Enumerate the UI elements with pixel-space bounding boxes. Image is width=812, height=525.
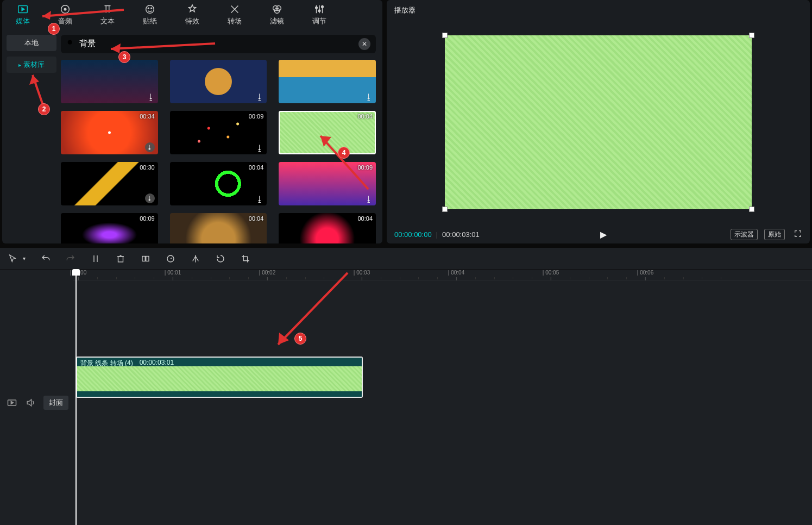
tab-transition[interactable]: 转场	[224, 3, 246, 26]
media-panel: 媒体音频文本贴纸特效转场滤镜调节 本地素材库 ✕ ⭳⭳⭳00:34⭳00:09⭳…	[2, 0, 382, 243]
download-icon[interactable]: ⭳	[256, 143, 263, 152]
download-icon[interactable]: ⭳	[145, 193, 155, 203]
thumb-duration: 00:04	[357, 215, 373, 222]
play-button[interactable]: ▶	[600, 229, 607, 240]
delete-tool[interactable]	[116, 254, 125, 264]
sidebar-item-local[interactable]: 本地	[7, 35, 56, 51]
tab-sticker[interactable]: 贴纸	[139, 3, 161, 26]
material-thumb[interactable]: 00:09⭳	[170, 111, 267, 154]
tab-label: 调节	[312, 16, 326, 26]
thumb-duration: 00:04	[249, 164, 264, 171]
material-thumb[interactable]: 00:04	[279, 213, 376, 243]
material-thumb[interactable]: 00:04⭳	[170, 162, 267, 205]
ruler-tick: | 00:06	[637, 270, 653, 276]
tab-label: 媒体	[16, 16, 30, 26]
material-thumb[interactable]: 00:30⭳	[61, 162, 158, 205]
svg-rect-15	[142, 256, 145, 261]
resize-handle-br[interactable]	[749, 207, 754, 212]
track-audio-icon[interactable]	[25, 397, 36, 408]
dropdown-icon[interactable]: ▾	[23, 255, 26, 261]
download-icon[interactable]: ⭳	[256, 195, 263, 203]
original-button[interactable]: 原始	[764, 229, 785, 240]
tab-filter[interactable]: 滤镜	[266, 3, 288, 26]
playhead[interactable]	[75, 270, 77, 525]
tab-media[interactable]: 媒体	[12, 3, 34, 26]
svg-line-26	[320, 136, 368, 189]
adjust-icon	[313, 3, 325, 15]
frame-crop-tool[interactable]	[241, 254, 250, 264]
thumb-duration: 00:04	[249, 215, 264, 222]
search-icon	[66, 39, 75, 49]
ruler-tick: | 00:04	[448, 270, 464, 276]
undo-button[interactable]	[41, 254, 51, 264]
tab-label: 滤镜	[270, 16, 284, 26]
scope-button[interactable]: 示波器	[731, 229, 758, 240]
tab-label: 转场	[228, 16, 242, 26]
thumb-duration: 00:30	[140, 164, 155, 171]
svg-point-9	[316, 7, 318, 9]
player-title: 播放器	[392, 2, 804, 20]
material-thumb[interactable]: 00:09	[61, 213, 158, 243]
download-icon[interactable]: ⭳	[256, 92, 263, 101]
fullscreen-icon[interactable]	[794, 229, 802, 240]
player-stage	[392, 20, 804, 224]
download-icon[interactable]: ⭳	[365, 92, 373, 101]
svg-point-5	[151, 8, 152, 9]
timeline-ruler[interactable]: | 00:00| 00:01| 00:02| 00:03| 00:04| 00:…	[73, 270, 812, 280]
effect-icon	[186, 3, 198, 15]
media-icon	[17, 3, 29, 15]
track-header: 封面	[0, 280, 73, 525]
thumb-duration: 00:09	[140, 215, 155, 222]
annotation-badge-5: 5	[294, 333, 306, 345]
tab-effect[interactable]: 特效	[181, 3, 203, 26]
svg-point-3	[146, 5, 154, 14]
video-clip[interactable]: 背景 线条 转场 (4) 00:00:03:01	[76, 357, 363, 398]
rotate-tool[interactable]	[216, 254, 225, 264]
cover-button[interactable]: 封面	[43, 396, 68, 410]
svg-point-12	[68, 40, 72, 44]
resize-handle-bl[interactable]	[442, 207, 448, 212]
side-column: 本地素材库	[2, 28, 61, 243]
crop-tool[interactable]	[141, 254, 150, 264]
svg-line-24	[111, 43, 215, 49]
track-video-icon[interactable]	[7, 397, 17, 408]
svg-rect-18	[243, 257, 248, 261]
material-thumb[interactable]: ⭳	[279, 60, 376, 103]
timeline-tracks[interactable]: 背景 线条 转场 (4) 00:00:03:01	[73, 280, 812, 525]
filter-icon	[271, 3, 283, 15]
timeline-toolbar: ▾	[0, 248, 812, 270]
svg-line-13	[72, 44, 73, 46]
search-clear-button[interactable]: ✕	[358, 38, 370, 50]
player-panel: 播放器 00:00:00:00 | 00:00:03:01 ▶ 示波器 原始	[387, 0, 810, 243]
material-thumb[interactable]: ⭳	[170, 60, 267, 103]
time-total: 00:00:03:01	[442, 230, 480, 239]
speed-tool[interactable]	[166, 254, 175, 264]
redo-button[interactable]	[66, 254, 75, 264]
svg-point-4	[148, 8, 149, 9]
download-icon[interactable]: ⭳	[145, 142, 155, 152]
mirror-tool[interactable]	[191, 254, 200, 264]
clip-preview	[77, 366, 362, 391]
transition-icon	[229, 3, 241, 15]
download-icon[interactable]: ⭳	[365, 195, 373, 203]
split-tool[interactable]	[91, 254, 100, 264]
player-controls: 00:00:00:00 | 00:00:03:01 ▶ 示波器 原始	[392, 224, 804, 240]
svg-rect-16	[146, 256, 149, 261]
material-thumb[interactable]: ⭳	[61, 60, 158, 103]
thumb-duration: 00:04	[357, 113, 373, 120]
resize-handle-tr[interactable]	[749, 33, 754, 38]
svg-line-20	[42, 10, 124, 16]
thumb-duration: 00:09	[249, 113, 264, 120]
annotation-badge-2: 2	[38, 103, 50, 115]
player-canvas[interactable]	[445, 35, 752, 209]
svg-point-11	[322, 6, 324, 8]
resize-handle-tl[interactable]	[442, 33, 448, 38]
download-icon[interactable]: ⭳	[147, 92, 155, 101]
clip-footer	[77, 391, 362, 397]
cursor-tool[interactable]	[8, 254, 17, 264]
sticker-icon	[144, 3, 156, 15]
material-thumb[interactable]: 00:04	[170, 213, 267, 243]
material-thumb[interactable]: 00:34⭳	[61, 111, 158, 154]
svg-line-28	[278, 273, 348, 345]
tab-adjust[interactable]: 调节	[309, 3, 330, 26]
